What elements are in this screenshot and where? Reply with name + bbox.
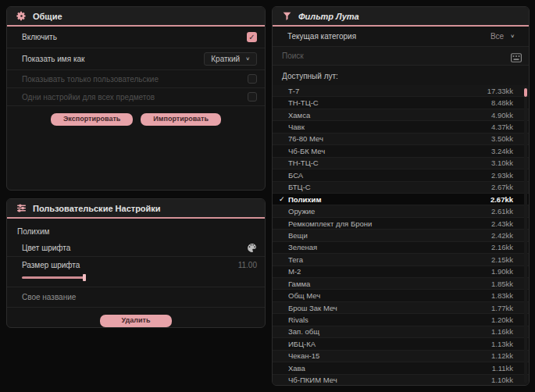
loot-row[interactable]: Чб-БК Меч 3.24kk — [273, 145, 529, 157]
only-custom-label: Показывать только пользовательские — [22, 75, 159, 84]
import-button[interactable]: Импортировать — [141, 113, 221, 126]
loot-value: 2.43kk — [491, 219, 518, 228]
loot-value: 3.10kk — [491, 159, 518, 167]
loot-name: БСА — [288, 171, 303, 180]
loot-value: 2.15kk — [491, 255, 518, 264]
loot-value: 3.24kk — [491, 147, 518, 155]
loot-name: Полихим — [288, 195, 321, 204]
custom-panel-title: Пользовательские Настройки — [33, 204, 161, 213]
loot-row[interactable]: Зап. общ 1.16kk — [273, 326, 529, 338]
search-input[interactable] — [273, 47, 529, 65]
loot-name: М-2 — [288, 267, 301, 276]
loot-name: Оружие — [288, 207, 315, 216]
loot-row[interactable]: Хава 1.11kk — [273, 362, 529, 374]
chevron-down-icon: ∨ — [245, 56, 250, 62]
loot-value: 2.67kk — [491, 183, 518, 191]
loot-row[interactable]: Вещи 2.42kk — [273, 230, 529, 241]
loot-row[interactable]: Оружие 2.61kk — [273, 205, 529, 217]
loot-value: 17.33kk — [487, 87, 518, 95]
show-name-dropdown[interactable]: Краткий ∨ — [204, 52, 257, 66]
loot-value: 1.12kk — [491, 351, 518, 360]
slider-handle[interactable] — [83, 274, 86, 281]
show-name-row: Показать имя как Краткий ∨ — [7, 48, 265, 70]
loot-row[interactable]: ТН-ТЦ-С 8.48kk — [273, 97, 529, 109]
gear-icon — [16, 11, 27, 21]
scrollbar-thumb[interactable] — [524, 88, 527, 97]
loot-name: Чекан-15 — [288, 351, 319, 360]
loot-name: Т-7 — [288, 87, 299, 95]
loot-row[interactable]: Rivals 1.20kk — [273, 314, 529, 326]
delete-button[interactable]: Удалить — [100, 315, 173, 327]
loot-value: 1.83kk — [491, 291, 518, 300]
font-color-row: Цвет шрифта — [7, 240, 265, 257]
palette-icon[interactable] — [247, 243, 257, 253]
same-settings-label: Одни настройки для всех предметов — [22, 93, 155, 102]
loot-name: Зап. общ — [288, 327, 319, 336]
loot-value: 1.10kk — [491, 376, 518, 384]
enable-checkbox[interactable]: ✓ — [247, 32, 257, 42]
custom-name-input[interactable] — [7, 287, 265, 308]
general-panel-header: Общие — [7, 7, 265, 27]
loot-name: Чавк — [288, 123, 305, 131]
loot-row[interactable]: Брош Зак Меч 1.77kk — [273, 302, 529, 314]
selected-item-name: Полихим — [17, 227, 265, 236]
show-name-value: Краткий — [211, 55, 240, 63]
loot-row[interactable]: Гамма 1.85kk — [273, 278, 529, 290]
loot-value: 1.13kk — [491, 340, 518, 348]
font-size-label: Размер шрифта — [22, 261, 80, 269]
category-label: Текущая категория — [287, 32, 356, 41]
loot-value: 1.16kk — [491, 327, 518, 336]
loot-row[interactable]: 76-80 Меч 3.50kk — [273, 134, 529, 145]
loot-name: Ремкомплект для Брони — [288, 219, 372, 228]
custom-panel-header: Пользовательские Настройки — [7, 199, 265, 219]
show-name-label: Показать имя как — [22, 55, 84, 63]
loot-name: Rivals — [288, 315, 309, 324]
loot-row[interactable]: Т-7 17.33kk — [273, 85, 529, 97]
font-color-label: Цвет шрифта — [22, 244, 70, 252]
loot-row[interactable]: ✓ Полихим 2.67kk — [273, 194, 529, 205]
available-loot-label: Доступный лут: — [273, 66, 529, 85]
export-import-row: Экспортировать Импортировать — [7, 113, 265, 126]
loot-name: ТН-ТЦ-С — [288, 159, 319, 167]
loot-row[interactable]: Ремкомплект для Брони 2.43kk — [273, 218, 529, 230]
font-size-slider[interactable] — [22, 274, 257, 281]
loot-row[interactable]: Чекан-15 1.12kk — [273, 351, 529, 362]
loot-row[interactable]: М-2 1.90kk — [273, 266, 529, 278]
loot-row[interactable]: Чавк 4.37kk — [273, 121, 529, 133]
filter-panel-title: Фильтр Лута — [298, 12, 359, 21]
search-row — [273, 47, 529, 66]
loot-name: Зеленая — [288, 243, 317, 251]
loot-row[interactable]: БСА 2.93kk — [273, 169, 529, 181]
loot-row[interactable]: Общ Меч 1.83kk — [273, 290, 529, 301]
loot-value: 1.20kk — [491, 315, 518, 324]
loot-name: Хамса — [288, 111, 310, 119]
custom-settings-panel: Пользовательские Настройки Полихим Цвет … — [6, 198, 266, 328]
loot-row[interactable]: ИБЦ-КА 1.13kk — [273, 338, 529, 350]
loot-name: Вещи — [288, 231, 308, 240]
scrollbar-track[interactable] — [524, 85, 527, 383]
loot-row[interactable]: Хамса 4.90kk — [273, 109, 529, 121]
only-custom-checkbox[interactable] — [248, 74, 257, 84]
slider-fill — [22, 276, 84, 279]
loot-row[interactable]: Зеленая 2.16kk — [273, 242, 529, 254]
loot-row[interactable]: ТН-ТЦ-С 3.10kk — [273, 158, 529, 169]
loot-name: Брош Зак Меч — [288, 304, 337, 312]
loot-name: Чб-БК Меч — [288, 147, 325, 155]
loot-row[interactable]: БТЦ-С 2.67kk — [273, 182, 529, 194]
category-dropdown[interactable]: Все ∨ — [490, 32, 518, 41]
same-settings-checkbox[interactable] — [248, 92, 257, 102]
export-button[interactable]: Экспортировать — [51, 113, 133, 126]
general-panel-title: Общие — [33, 12, 62, 21]
row-check-icon: ✓ — [279, 195, 288, 203]
keyboard-icon[interactable] — [511, 52, 522, 61]
only-custom-row: Показывать только пользовательские — [7, 70, 265, 88]
loot-name: Общ Меч — [288, 291, 320, 300]
loot-value: 1.11kk — [492, 364, 518, 372]
loot-value: 2.16kk — [491, 243, 518, 251]
loot-row[interactable]: Чб-ПКИМ Меч 1.10kk — [273, 375, 529, 387]
loot-value: 2.93kk — [491, 171, 518, 180]
loot-value: 2.42kk — [491, 231, 518, 240]
loot-row[interactable]: Тега 2.15kk — [273, 254, 529, 265]
loot-value: 1.90kk — [491, 267, 518, 276]
category-value: Все — [490, 32, 504, 41]
